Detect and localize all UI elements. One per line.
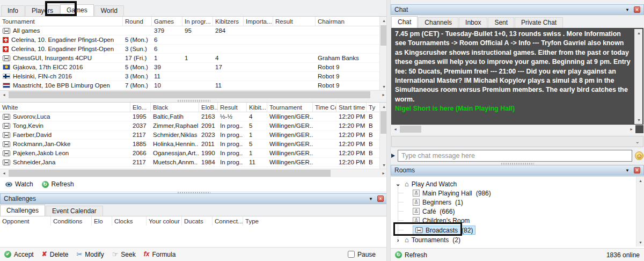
scroll-down-icon[interactable]: ▾ <box>635 116 643 124</box>
game-row[interactable]: Schneider,Jana 2117 Muetsch,Annm.. 1984 … <box>0 158 379 167</box>
accept-button[interactable]: ✔ Accept <box>4 251 34 258</box>
refresh-label: Refresh <box>405 251 427 259</box>
tournaments-horizontal-scrollbar[interactable]: ◂ ▸ <box>0 90 387 99</box>
tournament-row[interactable]: All games 379 95 284 <box>0 26 379 35</box>
col-white[interactable]: White <box>0 103 130 112</box>
col-importance[interactable]: Importa... <box>244 17 273 26</box>
scroll-left-icon[interactable]: ◂ <box>391 125 399 133</box>
chat-horizontal-scrollbar[interactable]: ◂ ▸ <box>391 125 635 133</box>
game-row[interactable]: Tong,Kevin 2037 Zimmer,Raphael 2091 In p… <box>0 121 379 130</box>
col-kibitzers[interactable]: Kibitzers <box>213 17 244 26</box>
col-ducats[interactable]: Ducats <box>182 216 213 226</box>
tab-sent[interactable]: Sent <box>488 17 514 28</box>
chat-recipient-dropdown[interactable]: ⌄ <box>391 136 643 147</box>
tournament-row[interactable]: Celerina, 10. Engadiner Pfingst-Open 5 (… <box>0 35 379 45</box>
col-opponent[interactable]: Opponent <box>0 216 51 226</box>
col-games[interactable]: Games <box>152 17 182 26</box>
chat-message-area[interactable]: 7.45 pm (CET) - Tuesday-Bullet 1+0, 13 r… <box>391 28 643 125</box>
chat-panel-header[interactable]: Chat ▼ x <box>391 4 644 15</box>
white-player: Pajeken,Jakob Leon <box>13 149 69 157</box>
scrollbar-thumb[interactable] <box>9 170 331 177</box>
scroll-right-icon[interactable]: ▸ <box>627 125 635 133</box>
col-result[interactable]: Result <box>273 17 316 26</box>
panel-caret-icon[interactable]: ▼ <box>625 8 630 12</box>
delete-button[interactable]: ✘ Delete <box>42 251 69 258</box>
col-type[interactable]: Ty <box>367 103 379 112</box>
tab-inbox[interactable]: Inbox <box>459 17 487 28</box>
tree-item-tournaments[interactable]: › ⌂ Tournaments (2) <box>391 235 632 244</box>
close-panel-button[interactable]: x <box>377 195 384 202</box>
col-black[interactable]: Black <box>151 103 199 112</box>
close-panel-button[interactable]: x <box>634 6 640 13</box>
tournament-row[interactable]: Celerina, 10. Engadiner Pfingst-Open 3 (… <box>0 45 379 54</box>
chevron-right-icon[interactable]: › <box>394 237 402 243</box>
panel-caret-icon[interactable]: ▼ <box>369 197 373 201</box>
game-row[interactable]: Suvorov,Luca 1995 Baltic,Fatih 2163 ½-½ … <box>0 112 379 121</box>
col-start-time[interactable]: Start time <box>336 103 367 112</box>
col-elob[interactable]: EloB... <box>199 103 218 112</box>
tab-chat[interactable]: Chat <box>391 16 418 28</box>
pause-checkbox[interactable] <box>348 251 355 258</box>
col-tournament[interactable]: Tournament <box>267 103 313 112</box>
tree-item-beginners[interactable]: ♙ Beginners (1) <box>391 198 632 207</box>
scrollbar-thumb[interactable] <box>9 91 370 98</box>
tab-info[interactable]: Info <box>1 5 25 16</box>
col-tournament[interactable]: Tournament <box>0 17 123 26</box>
tree-item-broadcasts[interactable]: Broadcasts (82) <box>391 226 632 235</box>
tournament-row[interactable]: Maastricht, 10e BPB Limburg Open 7 (Mon.… <box>0 81 379 90</box>
tournament-row[interactable]: ChessGUI, Insurgents 4CPU 17 (Fri.) 1 1 … <box>0 54 379 63</box>
col-type[interactable]: Type <box>243 216 273 226</box>
tournament-row[interactable]: Gjakova, 17th EICC 2016 5 (Mon.) 39 17 R… <box>0 63 379 72</box>
smiley-icon[interactable]: ☺ <box>635 151 643 160</box>
tree-item-main-playing-hall[interactable]: ♙ Main Playing Hall (986) <box>391 189 632 198</box>
tree-item-childrens-room[interactable]: ♙ Children's Room <box>391 216 632 225</box>
col-clocks[interactable]: Clocks <box>112 216 147 226</box>
col-round[interactable]: Round <box>123 17 152 26</box>
rooms-panel-header[interactable]: Rooms ▼ x <box>391 165 644 176</box>
scroll-left-icon[interactable]: ◂ <box>0 169 8 177</box>
col-in-progress[interactable]: In progr... <box>182 17 213 26</box>
close-panel-button[interactable]: x <box>634 167 640 173</box>
rooms-refresh-button[interactable]: ↻ Refresh <box>395 251 427 259</box>
chat-message-input[interactable] <box>398 150 632 162</box>
tab-private-chat[interactable]: Private Chat <box>515 17 563 28</box>
tab-event-calendar[interactable]: Event Calendar <box>46 206 103 216</box>
refresh-button[interactable]: ↻ Refresh <box>42 180 74 188</box>
col-conditions[interactable]: Conditions <box>51 216 92 226</box>
col-your-colour[interactable]: Your colour <box>147 216 182 226</box>
col-elo[interactable]: Elo... <box>130 103 151 112</box>
tab-channels[interactable]: Channels <box>418 17 458 28</box>
scrollbar-thumb[interactable] <box>400 126 421 133</box>
game-row[interactable]: Pajeken,Jakob Leon 2066 Oganessjan,Art..… <box>0 149 379 158</box>
panel-caret-icon[interactable]: ▼ <box>625 168 630 173</box>
col-result[interactable]: Result <box>218 103 247 112</box>
challenges-panel-header[interactable]: Challenges ▼ x <box>0 193 387 204</box>
formula-button[interactable]: fx Formula <box>144 251 176 258</box>
scroll-down-icon[interactable]: ▾ <box>636 238 644 247</box>
col-chairman[interactable]: Chairman <box>316 17 379 26</box>
game-row[interactable]: Rockmann,Jan-Okke 1885 Holinka,Hennin.. … <box>0 140 379 149</box>
tab-challenges[interactable]: Challenges <box>0 205 45 216</box>
rooms-vertical-scrollbar[interactable]: ▴ ▾ <box>636 177 644 247</box>
games-horizontal-scrollbar[interactable]: ◂ ▸ <box>0 169 387 177</box>
tree-item-play-and-watch[interactable]: ⌄ ⌂ Play And Watch <box>391 179 632 189</box>
chat-vertical-scrollbar[interactable]: ▴ ▾ <box>634 29 642 124</box>
game-row[interactable]: Faerber,David 2117 Schmider,Niklas 2023 … <box>0 130 379 140</box>
modify-button[interactable]: ✂ Modify <box>76 251 104 258</box>
seek-button[interactable]: ☞ Seek <box>112 251 136 258</box>
col-elo[interactable]: Elo <box>92 216 112 226</box>
col-connect[interactable]: Connect... <box>213 216 243 226</box>
col-kibitzers[interactable]: Kibit... <box>247 103 267 112</box>
tournament-row[interactable]: Helsinki, FIN-ch 2016 3 (Mon.) 11 Robot … <box>0 72 379 81</box>
col-time-control[interactable]: Time Co... <box>313 103 336 112</box>
chevron-down-icon[interactable]: ⌄ <box>394 180 402 187</box>
scroll-up-icon[interactable]: ▴ <box>635 29 643 37</box>
tab-players[interactable]: Players <box>25 5 60 16</box>
panel-divider[interactable] <box>386 0 391 261</box>
tree-item-cafe[interactable]: ♙ Café (666) <box>391 207 632 216</box>
scroll-left-icon[interactable]: ◂ <box>0 91 8 99</box>
scroll-up-icon[interactable]: ▴ <box>636 177 644 185</box>
tab-games[interactable]: Games <box>60 4 94 16</box>
tab-world[interactable]: World <box>94 5 124 16</box>
watch-button[interactable]: Watch <box>5 180 33 188</box>
